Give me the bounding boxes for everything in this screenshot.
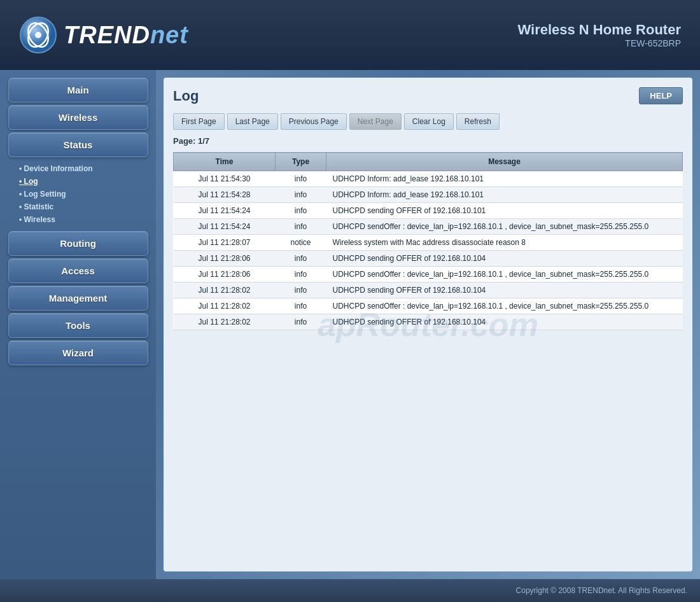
- cell-message: UDHCPD sending OFFER of 192.168.10.104: [326, 314, 683, 330]
- device-info: Wireless N Home Router TEW-652BRP: [517, 22, 681, 48]
- cell-time: Jul 11 21:54:28: [174, 187, 276, 203]
- log-table: Time Type Message Jul 11 21:54:30infoUDH…: [173, 152, 683, 330]
- cell-type: info: [276, 298, 326, 314]
- svg-point-3: [35, 32, 41, 38]
- cell-type: notice: [276, 235, 326, 251]
- cell-type: info: [276, 267, 326, 283]
- col-header-time: Time: [174, 153, 276, 171]
- help-button[interactable]: HELP: [639, 87, 683, 104]
- device-name: Wireless N Home Router: [517, 22, 681, 38]
- content-panel: apRouter.com Log HELP First Page Last Pa…: [164, 78, 692, 571]
- content-area: apRouter.com Log HELP First Page Last Pa…: [156, 70, 700, 579]
- sidebar-item-status[interactable]: Status: [8, 132, 148, 157]
- cell-time: Jul 11 21:28:02: [174, 314, 276, 330]
- footer: Copyright © 2008 TRENDnet. All Rights Re…: [0, 579, 700, 602]
- cell-type: info: [276, 251, 326, 267]
- table-row: Jul 11 21:28:06infoUDHCPD sending OFFER …: [174, 251, 683, 267]
- sidebar: Main Wireless Status Device Information …: [0, 70, 156, 579]
- header: TRENDnet Wireless N Home Router TEW-652B…: [0, 0, 700, 70]
- table-row: Jul 11 21:54:30infoUDHCPD Inform: add_le…: [174, 171, 683, 187]
- table-row: Jul 11 21:28:06infoUDHCPD sendOffer : de…: [174, 267, 683, 283]
- cell-time: Jul 11 21:28:02: [174, 283, 276, 298]
- sub-menu-log[interactable]: Log: [13, 175, 156, 188]
- sub-menu-device-info[interactable]: Device Information: [13, 162, 156, 175]
- sidebar-item-wizard[interactable]: Wizard: [8, 340, 148, 365]
- panel-title: Log: [173, 88, 199, 104]
- clear-log-button[interactable]: Clear Log: [404, 113, 454, 130]
- table-row: Jul 11 21:54:24infoUDHCPD sending OFFER …: [174, 203, 683, 219]
- cell-message: UDHCPD sending OFFER of 192.168.10.101: [326, 203, 683, 219]
- table-row: Jul 11 21:28:07noticeWireless system wit…: [174, 235, 683, 251]
- cell-message: UDHCPD sendOffer : device_lan_ip=192.168…: [326, 267, 683, 283]
- sub-menu-statistic[interactable]: Statistic: [13, 200, 156, 213]
- table-row: Jul 11 21:54:28infoUDHCPD Inform: add_le…: [174, 187, 683, 203]
- cell-type: info: [276, 314, 326, 330]
- cell-message: UDHCPD sending OFFER of 192.168.10.104: [326, 251, 683, 267]
- col-header-message: Message: [326, 153, 683, 171]
- cell-time: Jul 11 21:28:07: [174, 235, 276, 251]
- cell-message: UDHCPD Inform: add_lease 192.168.10.101: [326, 187, 683, 203]
- cell-type: info: [276, 203, 326, 219]
- cell-time: Jul 11 21:54:24: [174, 219, 276, 235]
- sidebar-item-access[interactable]: Access: [8, 258, 148, 283]
- page-indicator: Page: 1/7: [173, 136, 683, 146]
- logo-text: TRENDnet: [64, 22, 188, 49]
- cell-message: UDHCPD sendOffer : device_lan_ip=192.168…: [326, 219, 683, 235]
- cell-type: info: [276, 187, 326, 203]
- cell-message: UDHCPD Inform: add_lease 192.168.10.101: [326, 171, 683, 187]
- sub-menu-wireless[interactable]: Wireless: [13, 213, 156, 226]
- cell-type: info: [276, 219, 326, 235]
- cell-type: info: [276, 171, 326, 187]
- cell-type: info: [276, 283, 326, 298]
- sidebar-item-management[interactable]: Management: [8, 286, 148, 311]
- col-header-type: Type: [276, 153, 326, 171]
- cell-time: Jul 11 21:54:24: [174, 203, 276, 219]
- device-model: TEW-652BRP: [517, 38, 681, 48]
- cell-time: Jul 11 21:54:30: [174, 171, 276, 187]
- previous-page-button[interactable]: Previous Page: [281, 113, 347, 130]
- sidebar-item-wireless[interactable]: Wireless: [8, 105, 148, 130]
- last-page-button[interactable]: Last Page: [227, 113, 278, 130]
- table-row: Jul 11 21:28:02infoUDHCPD sendOffer : de…: [174, 298, 683, 314]
- sidebar-item-tools[interactable]: Tools: [8, 313, 148, 338]
- cell-message: UDHCPD sendOffer : device_lan_ip=192.168…: [326, 298, 683, 314]
- cell-message: Wireless system with Mac address disasso…: [326, 235, 683, 251]
- first-page-button[interactable]: First Page: [173, 113, 225, 130]
- refresh-button[interactable]: Refresh: [456, 113, 500, 130]
- panel-header: Log HELP: [173, 87, 683, 104]
- cell-time: Jul 11 21:28:06: [174, 251, 276, 267]
- sub-menu-log-setting[interactable]: Log Setting: [13, 188, 156, 200]
- status-sub-menu: Device Information Log Log Setting Stati…: [0, 160, 156, 228]
- table-row: Jul 11 21:28:02infoUDHCPD sending OFFER …: [174, 314, 683, 330]
- toolbar: First Page Last Page Previous Page Next …: [173, 113, 683, 130]
- sidebar-item-main[interactable]: Main: [8, 78, 148, 102]
- footer-copyright: Copyright © 2008 TRENDnet. All Rights Re…: [516, 586, 687, 595]
- logo-area: TRENDnet: [19, 16, 188, 54]
- table-row: Jul 11 21:54:24infoUDHCPD sendOffer : de…: [174, 219, 683, 235]
- main-layout: Main Wireless Status Device Information …: [0, 70, 700, 579]
- cell-time: Jul 11 21:28:06: [174, 267, 276, 283]
- next-page-button[interactable]: Next Page: [349, 113, 402, 130]
- sidebar-item-routing[interactable]: Routing: [8, 231, 148, 256]
- trendnet-logo-icon: [19, 16, 57, 54]
- cell-time: Jul 11 21:28:02: [174, 298, 276, 314]
- cell-message: UDHCPD sending OFFER of 192.168.10.104: [326, 283, 683, 298]
- table-row: Jul 11 21:28:02infoUDHCPD sending OFFER …: [174, 283, 683, 298]
